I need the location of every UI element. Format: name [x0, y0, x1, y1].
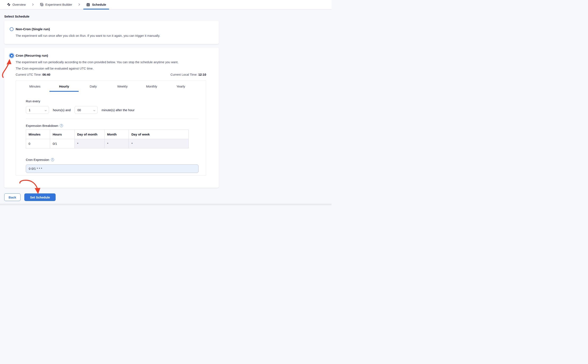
day-of-month-cell: * [74, 139, 105, 148]
cron-title: Cron (Recurring run) [16, 54, 48, 58]
minutes-suffix-text: minute(s) after the hour [101, 108, 134, 112]
tab-monthly[interactable]: Monthly [137, 81, 166, 92]
column-header: Day of week [129, 130, 189, 139]
viewport-bottom-strip [0, 204, 332, 205]
run-every-label: Run every [26, 99, 199, 103]
breadcrumb-label: Overview [13, 3, 26, 6]
minutes-select[interactable]: 00 [74, 106, 98, 114]
column-header: Minutes [26, 130, 50, 139]
minutes-select-value: 00 [77, 108, 81, 112]
breadcrumb: Overview Experiment Builder [0, 0, 332, 9]
experiment-builder-icon [40, 3, 44, 6]
expression-breakdown-label: Expression Breakdown [26, 124, 58, 128]
chevron-down-icon [44, 109, 47, 112]
cron-description-1: The experiment will run periodically acc… [16, 60, 212, 64]
chevron-right-icon [78, 3, 81, 6]
hours-cell: 0/1 [50, 139, 74, 148]
tab-minutes[interactable]: Minutes [20, 81, 49, 92]
tab-yearly[interactable]: Yearly [166, 81, 195, 92]
cron-radio[interactable] [10, 54, 13, 58]
day-of-week-cell: * [129, 139, 189, 148]
breadcrumb-item-overview[interactable]: Overview [7, 0, 29, 9]
table-row: 0 0/1 * * * [26, 139, 189, 148]
current-local-time: Current Local Time: 12:10 [170, 73, 206, 76]
minutes-cell: 0 [26, 139, 50, 148]
tab-daily[interactable]: Daily [79, 81, 108, 92]
non-cron-title: Non-Cron (Single run) [16, 27, 50, 31]
cron-builder-panel: Minutes Hourly Daily Weekly Monthly Year… [16, 81, 206, 176]
tab-hourly[interactable]: Hourly [49, 81, 79, 92]
breadcrumb-item-experiment-builder[interactable]: Experiment Builder [37, 0, 75, 9]
hours-suffix-text: hours(s) and [53, 108, 71, 112]
current-utc-time: Current UTC Time: 06:40 [16, 73, 50, 76]
breadcrumb-item-schedule[interactable]: Schedule [83, 0, 109, 9]
breadcrumb-label: Schedule [92, 3, 106, 6]
cron-option-card: Cron (Recurring run) The experiment will… [4, 48, 219, 188]
frequency-tabs: Minutes Hourly Daily Weekly Monthly Year… [16, 81, 206, 92]
tab-weekly[interactable]: Weekly [108, 81, 137, 92]
expression-breakdown-table: Minutes Hours Day of month Month Day of … [26, 130, 189, 148]
non-cron-radio[interactable] [10, 27, 13, 31]
hours-select[interactable]: 1 [26, 106, 49, 114]
info-icon[interactable]: i [51, 158, 54, 161]
non-cron-option-card: Non-Cron (Single run) The experiment wil… [4, 21, 219, 44]
month-cell: * [105, 139, 129, 148]
utc-time-value: 06:40 [42, 73, 50, 76]
column-header: Day of month [74, 130, 105, 139]
column-header: Hours [50, 130, 74, 139]
cron-description-2: The Cron expression will be evaluated ag… [16, 67, 212, 70]
calendar-icon [86, 3, 90, 6]
chevron-down-icon [93, 109, 96, 112]
non-cron-description: The experiment will run once after you c… [16, 34, 212, 37]
page-title: Select Schedule [4, 15, 219, 18]
chevron-right-icon [31, 3, 34, 6]
set-schedule-button[interactable]: Set Schedule [24, 193, 56, 201]
cron-expression-input[interactable]: 0 0/1 * * * [26, 164, 199, 173]
column-header: Month [105, 130, 129, 139]
hours-select-value: 1 [29, 108, 30, 112]
local-time-value: 12:10 [198, 73, 206, 76]
breadcrumb-label: Experiment Builder [46, 3, 72, 6]
cron-expression-label: Cron Expression [26, 157, 49, 162]
info-icon[interactable]: i [60, 124, 63, 127]
overview-pinwheel-icon [7, 3, 11, 6]
back-button[interactable]: Back [4, 193, 20, 201]
